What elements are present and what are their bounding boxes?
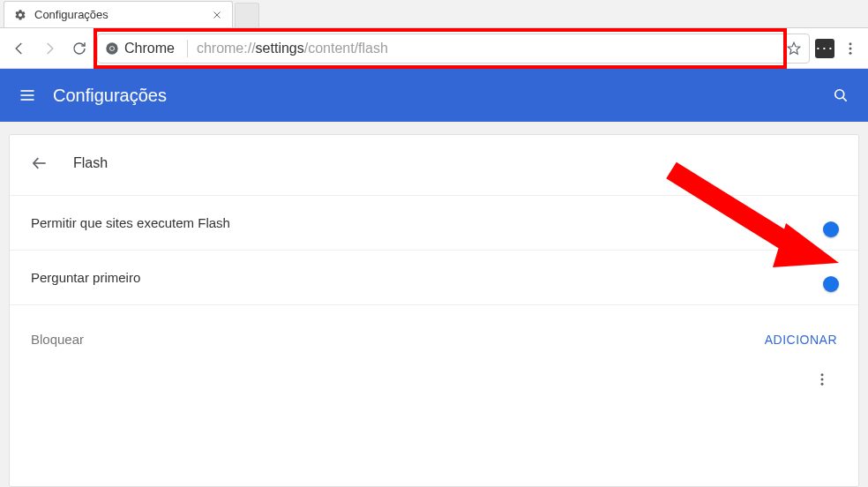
setting-label: Perguntar primeiro bbox=[31, 270, 140, 285]
page-title: Flash bbox=[73, 155, 108, 171]
setting-row-ask-first: Perguntar primeiro bbox=[10, 250, 858, 304]
svg-point-6 bbox=[849, 42, 852, 45]
chrome-icon bbox=[105, 41, 119, 56]
extension-button[interactable] bbox=[815, 39, 834, 58]
settings-header: Configurações bbox=[0, 69, 868, 122]
url-scheme: Chrome bbox=[124, 41, 180, 56]
bookmark-star-icon[interactable] bbox=[786, 41, 802, 56]
svg-point-17 bbox=[821, 383, 824, 386]
svg-marker-5 bbox=[788, 42, 800, 54]
svg-point-8 bbox=[849, 51, 852, 54]
block-section-header: Bloquear ADICIONAR bbox=[10, 304, 858, 368]
browser-tab[interactable]: Configurações bbox=[4, 1, 233, 27]
tab-title: Configurações bbox=[34, 8, 211, 21]
menu-icon[interactable] bbox=[18, 86, 37, 105]
add-button[interactable]: ADICIONAR bbox=[765, 333, 837, 347]
block-label: Bloquear bbox=[31, 332, 84, 347]
svg-point-12 bbox=[835, 90, 844, 99]
omnibox-divider bbox=[187, 40, 188, 57]
svg-line-13 bbox=[843, 98, 847, 101]
settings-card: Flash Permitir que sites executem Flash … bbox=[9, 134, 859, 487]
reload-button[interactable] bbox=[67, 36, 92, 61]
omnibox-container: Chrome chrome://settings/content/flash bbox=[97, 34, 810, 64]
browser-menu-button[interactable] bbox=[840, 38, 861, 59]
subpage-header: Flash bbox=[10, 135, 858, 195]
svg-point-16 bbox=[821, 378, 824, 381]
list-item-actions bbox=[10, 368, 858, 405]
setting-label: Permitir que sites executem Flash bbox=[31, 215, 230, 230]
setting-row-allow-flash: Permitir que sites executem Flash bbox=[10, 195, 858, 250]
svg-point-15 bbox=[821, 373, 824, 376]
gear-icon bbox=[13, 8, 27, 22]
svg-point-4 bbox=[110, 47, 114, 50]
settings-title: Configurações bbox=[53, 86, 167, 106]
svg-point-7 bbox=[849, 47, 852, 49]
forward-button[interactable] bbox=[37, 36, 62, 61]
url-text: chrome://settings/content/flash bbox=[197, 41, 388, 56]
content-area: Flash Permitir que sites executem Flash … bbox=[0, 122, 868, 487]
tab-strip: Configurações bbox=[0, 0, 868, 28]
address-bar[interactable]: Chrome chrome://settings/content/flash bbox=[97, 34, 810, 64]
back-button[interactable] bbox=[7, 36, 32, 61]
close-icon[interactable] bbox=[211, 9, 223, 21]
new-tab-button[interactable] bbox=[235, 3, 259, 27]
browser-toolbar: Chrome chrome://settings/content/flash bbox=[0, 28, 868, 69]
more-icon[interactable] bbox=[814, 371, 830, 391]
back-arrow-icon[interactable] bbox=[31, 154, 49, 172]
search-icon[interactable] bbox=[831, 86, 850, 105]
